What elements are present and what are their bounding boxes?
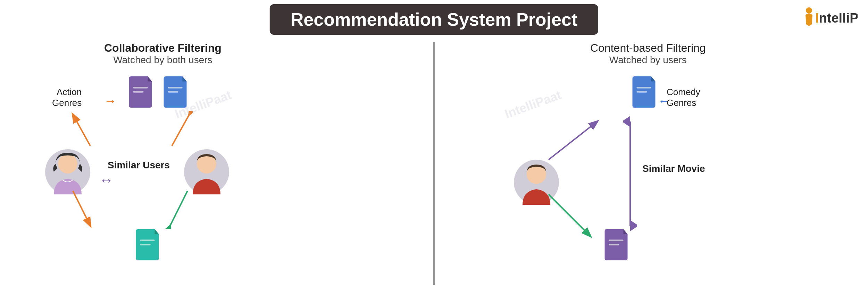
svg-rect-3 [133, 91, 144, 93]
svg-rect-14 [140, 240, 155, 241]
svg-rect-16 [637, 87, 651, 89]
green-arrow-sw-left [163, 187, 191, 229]
intellipaat-logo-icon: IntelliPaat [802, 5, 858, 30]
action-genres-label: ActionGenres [52, 87, 82, 108]
title-container: Recommendation System Project [270, 4, 598, 35]
svg-line-11 [73, 191, 90, 226]
purple-arrow-ne-right [542, 118, 604, 163]
right-content-based-section: Content-based Filtering Watched by users… [434, 42, 868, 292]
svg-rect-15 [140, 244, 151, 245]
comedy-genres-label: ComedyGenres [667, 87, 700, 108]
page-title: Recommendation System Project [291, 9, 577, 30]
logo: IntelliPaat [802, 5, 858, 33]
teal-document-icon [135, 229, 161, 260]
svg-rect-23 [609, 240, 624, 241]
svg-line-20 [549, 122, 597, 160]
content-title-text: Content-based Filtering [590, 42, 706, 55]
content-based-filtering-title: Content-based Filtering Watched by users [590, 42, 706, 66]
orange-arrow-ne-left [69, 111, 97, 149]
collab-title-bold: Collaborative Filtering [104, 42, 222, 55]
purple-document-bottom-icon [604, 229, 630, 260]
svg-rect-17 [637, 91, 647, 93]
purple-document-icon [128, 76, 155, 108]
svg-rect-24 [609, 244, 619, 245]
bottom-text-right: Recommended to User [549, 292, 641, 293]
similar-movie-label: Similar Movie [642, 163, 705, 174]
svg-line-22 [549, 194, 590, 236]
svg-line-13 [170, 191, 187, 226]
similar-users-label: Similar Users [108, 160, 170, 171]
blue-document-left-icon [163, 76, 189, 108]
collaborative-filtering-title: Collaborative Filtering Watched by both … [104, 42, 222, 66]
logo-text: IntelliPaat [802, 5, 858, 33]
collab-title-sub: Watched by both users [104, 55, 222, 66]
content-title-sub: Watched by users [590, 55, 706, 66]
svg-point-7 [58, 154, 77, 174]
svg-rect-2 [133, 87, 148, 89]
orange-arrow-se-left [69, 187, 97, 229]
svg-rect-4 [168, 87, 183, 89]
blue-document-right-icon [632, 76, 658, 108]
green-arrow-nw-left [165, 111, 193, 149]
svg-point-0 [806, 7, 812, 14]
bottom-text-left: Watched by her, Recommended to him [35, 292, 190, 293]
action-genres-arrow-right: → [104, 94, 117, 108]
svg-line-12 [172, 115, 189, 146]
purple-vertical-double-arrow [623, 111, 637, 236]
svg-text:IntelliPaat: IntelliPaat [815, 11, 858, 25]
svg-line-10 [73, 115, 90, 146]
green-arrow-sw-right [545, 191, 597, 240]
similar-users-double-arrow: ↔ [99, 172, 114, 189]
left-collaborative-section: Collaborative Filtering Watched by both … [0, 42, 431, 292]
svg-rect-5 [168, 91, 178, 93]
